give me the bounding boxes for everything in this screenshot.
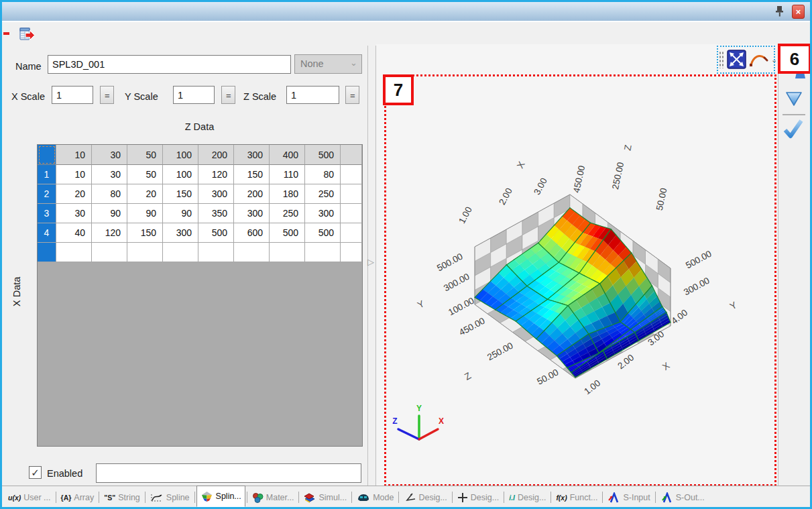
z-data-cell[interactable]: 110 xyxy=(270,165,305,184)
z-data-cell[interactable]: 180 xyxy=(270,184,305,204)
z-data-cell[interactable]: 120 xyxy=(198,165,234,184)
type-dropdown-value: None xyxy=(300,58,324,69)
z-data-cell-empty[interactable] xyxy=(198,243,234,262)
tab-splin[interactable]: Splin... xyxy=(196,486,245,507)
tab-array[interactable]: {A}Array xyxy=(58,488,98,507)
grid-row-header[interactable]: 1 xyxy=(38,165,56,184)
z-data-cell[interactable]: 150 xyxy=(163,184,198,204)
x-scale-input[interactable] xyxy=(52,86,93,104)
tab-spline[interactable]: Spline xyxy=(147,488,193,507)
toolbar-overflow-icon[interactable]: ⌄ xyxy=(771,56,777,64)
z-data-cell[interactable]: 300 xyxy=(305,204,341,223)
table-export-icon[interactable] xyxy=(19,27,36,42)
z-data-cell[interactable]: 600 xyxy=(234,223,270,243)
surface-plot[interactable]: 1.002.003.004.001.002.003.00450.00250.00… xyxy=(376,44,778,488)
down-arrow-icon[interactable] xyxy=(784,89,804,109)
z-data-cell[interactable]: 500 xyxy=(270,223,305,243)
z-data-cell[interactable]: 80 xyxy=(92,184,127,204)
tab-desig[interactable]: Desig... xyxy=(454,488,502,507)
toolbar-grip-icon[interactable] xyxy=(719,51,723,68)
spline-curve-icon[interactable] xyxy=(749,51,769,68)
z-data-cell-empty[interactable] xyxy=(341,223,362,243)
grid-row-header[interactable]: 3 xyxy=(38,204,56,223)
z-data-cell[interactable]: 90 xyxy=(127,204,163,223)
tab-mode[interactable]: Mode xyxy=(353,488,397,507)
z-data-cell[interactable]: 30 xyxy=(92,165,127,184)
partially-hidden-icon[interactable] xyxy=(795,74,805,78)
grid-row-header-empty[interactable] xyxy=(38,243,56,262)
y-scale-expression-button[interactable]: = xyxy=(221,86,235,104)
z-scale-input[interactable] xyxy=(286,86,339,104)
x-scale-expression-button[interactable]: = xyxy=(100,86,114,104)
z-data-cell[interactable]: 250 xyxy=(270,204,305,223)
panel-splitter[interactable]: ▷ xyxy=(367,46,376,488)
grid-column-header[interactable]: 200 xyxy=(198,145,234,165)
z-data-cell[interactable]: 500 xyxy=(305,223,341,243)
name-input[interactable] xyxy=(48,55,291,74)
z-data-cell[interactable]: 300 xyxy=(234,204,270,223)
z-data-cell-empty[interactable] xyxy=(305,243,341,262)
z-data-cell-empty[interactable] xyxy=(341,243,362,262)
tab-desig[interactable]: Desig... xyxy=(400,488,450,507)
tab-sinput[interactable]: S-Input xyxy=(604,488,653,507)
z-data-cell[interactable]: 20 xyxy=(56,184,92,204)
z-data-cell[interactable]: 300 xyxy=(198,184,234,204)
grid-column-header[interactable]: 500 xyxy=(305,145,341,165)
grid-column-header[interactable]: 30 xyxy=(92,145,127,165)
z-data-cell-empty[interactable] xyxy=(270,243,305,262)
z-data-cell-empty[interactable] xyxy=(92,243,127,262)
pin-icon[interactable] xyxy=(774,5,786,19)
tab-sout[interactable]: S-Out... xyxy=(657,488,708,507)
axis-tick-label: 250.00 xyxy=(485,341,515,363)
close-button[interactable]: × xyxy=(792,5,805,19)
z-scale-expression-button[interactable]: = xyxy=(345,86,359,104)
tab-simul[interactable]: Simul... xyxy=(300,488,350,507)
axis-tick-label: Y xyxy=(728,299,739,312)
comment-input[interactable] xyxy=(96,463,361,483)
tab-desig[interactable]: i.IDesig... xyxy=(506,488,549,507)
z-data-cell[interactable]: 40 xyxy=(56,223,92,243)
grid-column-header[interactable]: 10 xyxy=(56,145,92,165)
grid-row-header[interactable]: 2 xyxy=(38,184,56,204)
z-data-cell[interactable]: 100 xyxy=(163,165,198,184)
z-data-cell[interactable]: 30 xyxy=(56,204,92,223)
grid-column-header[interactable]: 100 xyxy=(163,145,198,165)
tab-funct[interactable]: f(x)Funct... xyxy=(553,488,601,507)
z-data-cell-empty[interactable] xyxy=(163,243,198,262)
z-data-cell[interactable]: 120 xyxy=(92,223,127,243)
z-data-cell[interactable]: 250 xyxy=(305,184,341,204)
grid-column-header[interactable]: 50 xyxy=(127,145,163,165)
z-data-cell[interactable]: 150 xyxy=(127,223,163,243)
tab-string[interactable]: "S"String xyxy=(101,488,143,507)
z-data-cell[interactable]: 300 xyxy=(163,223,198,243)
z-data-cell[interactable]: 350 xyxy=(198,204,234,223)
z-data-cell-empty[interactable] xyxy=(127,243,163,262)
z-data-cell[interactable]: 10 xyxy=(56,165,92,184)
z-data-cell-empty[interactable] xyxy=(341,165,362,184)
tab-mater[interactable]: Mater... xyxy=(249,488,298,507)
splitter-collapse-icon[interactable]: ▷ xyxy=(367,257,374,267)
z-data-cell[interactable]: 80 xyxy=(305,165,341,184)
z-data-cell[interactable]: 20 xyxy=(127,184,163,204)
grid-row-header[interactable]: 4 xyxy=(38,223,56,243)
z-data-cell[interactable]: 500 xyxy=(198,223,234,243)
checkmark-icon[interactable] xyxy=(781,118,805,139)
fit-view-icon[interactable] xyxy=(726,49,747,70)
z-data-cell[interactable]: 90 xyxy=(92,204,127,223)
grid-corner-cell[interactable] xyxy=(38,145,56,165)
z-data-cell-empty[interactable] xyxy=(56,243,92,262)
z-data-cell-empty[interactable] xyxy=(234,243,270,262)
z-data-cell-empty[interactable] xyxy=(341,204,362,223)
grid-column-header-empty[interactable] xyxy=(341,145,362,165)
type-dropdown[interactable]: None ⌄ xyxy=(294,54,362,74)
grid-column-header[interactable]: 400 xyxy=(270,145,305,165)
tab-user[interactable]: u(x)User ... xyxy=(5,488,54,507)
z-data-cell[interactable]: 150 xyxy=(234,165,270,184)
grid-column-header[interactable]: 300 xyxy=(234,145,270,165)
z-data-cell[interactable]: 90 xyxy=(163,204,198,223)
z-data-cell-empty[interactable] xyxy=(341,184,362,204)
y-scale-input[interactable] xyxy=(173,86,215,104)
z-data-cell[interactable]: 50 xyxy=(127,165,163,184)
z-data-cell[interactable]: 200 xyxy=(234,184,270,204)
enabled-checkbox[interactable]: ✓ xyxy=(29,466,42,479)
